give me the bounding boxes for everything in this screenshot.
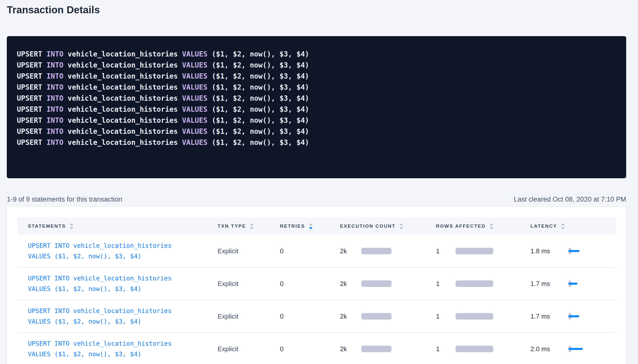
- statement-line-1: UPSERT INTO vehicle_location_histories: [28, 240, 218, 251]
- retries-cell: 0: [280, 313, 340, 320]
- table-row: UPSERT INTO vehicle_location_histories V…: [18, 300, 616, 333]
- column-header-label: ROWS AFFECTED: [436, 223, 486, 229]
- sql-text: UPSERT: [17, 83, 46, 91]
- sql-keyword: INTO: [46, 72, 68, 80]
- sort-descending-icon: [250, 227, 254, 229]
- latency-bar: [568, 283, 577, 285]
- sql-table-name: vehicle_location_histories: [68, 116, 182, 125]
- statement-line-1: UPSERT INTO vehicle_location_histories: [28, 338, 218, 349]
- page-title: Transaction Details: [7, 3, 626, 17]
- execution-count-cell: 2k: [340, 313, 436, 320]
- sql-text: UPSERT: [17, 94, 46, 102]
- latency-chart: [568, 313, 599, 320]
- execution-count-value: 2k: [340, 313, 361, 320]
- sql-keyword: INTO: [46, 105, 68, 113]
- retries-cell: 0: [280, 247, 340, 255]
- sql-text: UPSERT: [17, 138, 46, 147]
- sql-text: UPSERT: [17, 50, 46, 58]
- sql-text: UPSERT: [17, 105, 46, 113]
- statement-link[interactable]: UPSERT INTO vehicle_location_histories V…: [28, 273, 218, 294]
- rows-affected-cell: 1: [436, 280, 530, 288]
- column-header-retries[interactable]: RETRIES: [280, 223, 340, 229]
- column-header-latency[interactable]: LATENCY: [530, 223, 616, 229]
- latency-cell: 1.8 ms: [530, 247, 616, 255]
- sql-keyword: VALUES: [182, 50, 212, 58]
- statement-line-2: VALUES ($1, $2, now(), $3, $4): [28, 284, 218, 294]
- sql-args: ($1, $2, now(), $3, $4): [212, 116, 309, 125]
- sql-keyword: VALUES: [182, 127, 212, 136]
- sql-args: ($1, $2, now(), $3, $4): [212, 50, 309, 58]
- sort-descending-icon: [400, 227, 403, 229]
- execution-count-cell: 2k: [340, 247, 436, 255]
- latency-value: 1.7 ms: [530, 280, 568, 288]
- column-header-label: EXECUTION COUNT: [340, 223, 396, 229]
- sort-icons: [400, 223, 403, 229]
- rows-affected-value: 1: [436, 247, 456, 255]
- statement-link[interactable]: UPSERT INTO vehicle_location_histories V…: [28, 338, 218, 359]
- column-header-label: RETRIES: [280, 223, 305, 229]
- latency-value: 1.7 ms: [530, 313, 568, 320]
- sql-table-name: vehicle_location_histories: [68, 83, 182, 91]
- execution-count-value: 2k: [340, 247, 361, 255]
- statement-line-2: VALUES ($1, $2, now(), $3, $4): [28, 349, 218, 359]
- sql-keyword: INTO: [46, 61, 68, 69]
- rows-affected-bar: [456, 313, 493, 320]
- statement-line-2: VALUES ($1, $2, now(), $3, $4): [28, 251, 218, 262]
- column-header-statements[interactable]: STATEMENTS: [18, 223, 218, 229]
- execution-count-cell: 2k: [340, 280, 436, 288]
- sort-ascending-icon: [309, 223, 313, 225]
- sql-statement-line: UPSERT INTO vehicle_location_histories V…: [17, 60, 616, 71]
- sql-args: ($1, $2, now(), $3, $4): [212, 72, 309, 80]
- column-header-rows-affected[interactable]: ROWS AFFECTED: [436, 223, 530, 229]
- sort-ascending-icon: [250, 223, 254, 225]
- txn-type-cell: Explicit: [218, 345, 280, 353]
- sql-statement-line: UPSERT INTO vehicle_location_histories V…: [17, 93, 616, 104]
- execution-count-bar: [361, 248, 391, 254]
- statement-link[interactable]: UPSERT INTO vehicle_location_histories V…: [28, 240, 218, 262]
- statement-cell: UPSERT INTO vehicle_location_histories V…: [18, 240, 218, 262]
- latency-chart: [568, 248, 599, 254]
- sql-table-name: vehicle_location_histories: [68, 127, 182, 136]
- sort-ascending-icon: [400, 223, 403, 225]
- txn-type-cell: Explicit: [218, 313, 280, 320]
- sql-table-name: vehicle_location_histories: [68, 94, 182, 102]
- latency-cell: 1.7 ms: [530, 313, 616, 320]
- sql-table-name: vehicle_location_histories: [68, 61, 182, 69]
- sql-keyword: INTO: [46, 138, 68, 147]
- rows-affected-value: 1: [436, 345, 456, 353]
- sort-icons: [490, 223, 493, 229]
- sql-keyword: VALUES: [182, 61, 212, 69]
- rows-affected-bar: [456, 346, 493, 352]
- execution-count-value: 2k: [340, 345, 361, 353]
- transaction-details-page: Transaction Details UPSERT INTO vehicle_…: [0, 0, 638, 364]
- sql-args: ($1, $2, now(), $3, $4): [212, 105, 309, 113]
- statement-cell: UPSERT INTO vehicle_location_histories V…: [18, 273, 218, 294]
- statement-line-2: VALUES ($1, $2, now(), $3, $4): [28, 316, 218, 327]
- column-header-txn-type[interactable]: TXN TYPE: [218, 223, 280, 229]
- sql-args: ($1, $2, now(), $3, $4): [212, 138, 309, 147]
- sql-keyword: VALUES: [182, 72, 212, 80]
- sql-keyword: VALUES: [182, 83, 212, 91]
- sql-table-name: vehicle_location_histories: [68, 138, 182, 147]
- table-header-row: STATEMENTS TXN TYPE RETRIES EXECUTION CO…: [18, 217, 616, 235]
- execution-count-cell: 2k: [340, 345, 436, 353]
- column-header-execution-count[interactable]: EXECUTION COUNT: [340, 223, 436, 229]
- sql-keyword: INTO: [46, 94, 68, 102]
- statement-link[interactable]: UPSERT INTO vehicle_location_histories V…: [28, 306, 218, 327]
- sql-keyword: INTO: [46, 127, 68, 136]
- execution-count-value: 2k: [340, 280, 361, 288]
- table-row: UPSERT INTO vehicle_location_histories V…: [18, 268, 616, 300]
- statement-line-1: UPSERT INTO vehicle_location_histories: [28, 306, 218, 316]
- sql-args: ($1, $2, now(), $3, $4): [212, 83, 309, 91]
- txn-type-cell: Explicit: [218, 247, 280, 255]
- sql-keyword: INTO: [46, 50, 68, 58]
- rows-affected-cell: 1: [436, 313, 530, 320]
- sql-table-name: vehicle_location_histories: [68, 105, 182, 113]
- sort-ascending-icon: [490, 223, 493, 225]
- latency-cell: 2.0 ms: [530, 345, 616, 353]
- sql-text: UPSERT: [17, 61, 46, 69]
- execution-count-bar: [361, 313, 391, 320]
- sql-args: ($1, $2, now(), $3, $4): [212, 61, 309, 69]
- sort-icons: [250, 223, 254, 229]
- latency-bar: [568, 348, 583, 350]
